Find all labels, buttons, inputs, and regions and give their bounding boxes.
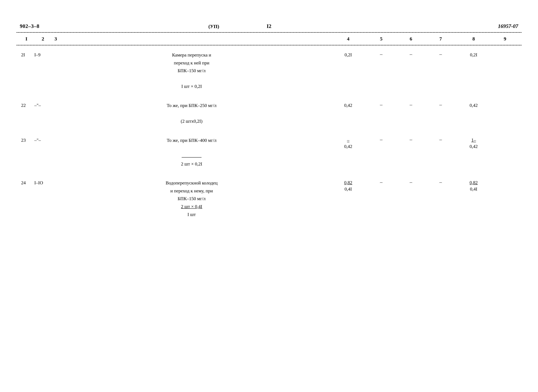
col-header-2: 2 xyxy=(33,36,53,42)
row-21-col9 xyxy=(492,50,518,52)
col-header-8: 8 xyxy=(455,36,492,42)
row-24-col5: – xyxy=(366,178,396,185)
row-21-col6: – xyxy=(396,50,426,57)
row-23-col8-fraction: 1– 0,42 xyxy=(457,137,491,149)
col-header-1: I xyxy=(20,36,33,42)
row-23-col9 xyxy=(492,136,518,137)
row-23-col8-denom: 0,42 xyxy=(470,143,478,149)
row-22-col4: 0,42 xyxy=(330,101,366,109)
row-24-code: I–IO xyxy=(33,178,53,187)
row-23-sub-line xyxy=(182,157,201,158)
row-21-sub: I шт × 0,2I xyxy=(181,84,202,89)
row-23-col8-numer: 1– xyxy=(469,137,478,143)
row-24-col6: – xyxy=(396,178,426,185)
row-24-sub-ul: 2 шт × 0,4I xyxy=(181,204,202,209)
row-21-desc: Камера перепуска и переход к ней при БПК… xyxy=(53,50,330,91)
row-24-col4: 0,82 0,4I xyxy=(330,178,366,193)
row-22-sub: (2 штх0,2I) xyxy=(181,119,203,124)
dashed-line-top xyxy=(17,32,521,33)
table-row: 22 –"– То же, при БПК–250 мг/л (2 штх0,2… xyxy=(20,101,518,126)
row-22-col8: 0,42 xyxy=(455,101,492,109)
row-23-col4-denom: 0,42 xyxy=(344,143,352,149)
row-22-col5: – xyxy=(366,101,396,107)
row-24-desc: Водоперепускной колодец и переход к нему… xyxy=(53,178,330,219)
row-23-col5: – xyxy=(366,136,396,142)
row-23-col4: – 0,42 xyxy=(330,136,366,150)
row-23-col7: – xyxy=(426,136,455,142)
row-21-col8: 0,2I xyxy=(455,50,492,59)
header-label: (УП) xyxy=(209,24,219,29)
row-24-col9 xyxy=(492,178,518,180)
row-21-code: I–9 xyxy=(33,50,53,59)
header-row: 902–3–8 (УП) I2 16957-07 xyxy=(17,23,521,31)
row-24-col8-fraction: 0,82 0,4I xyxy=(457,179,491,192)
row-24-col4-denom: 0,4I xyxy=(345,186,352,192)
row-24-sub2: I шт xyxy=(187,212,196,217)
page-container: 902–3–8 (УП) I2 16957-07 I 2 3 4 5 6 7 8… xyxy=(17,13,521,232)
row-24-col4-fraction: 0,82 0,4I xyxy=(331,179,365,192)
row-23-col4-numer: – xyxy=(344,137,352,143)
col-header-9: 9 xyxy=(492,36,518,42)
row-24-col4-numer: 0,82 xyxy=(343,179,353,186)
table-row: 2I I–9 Камера перепуска и переход к ней … xyxy=(20,50,518,91)
row-24-num: 24 xyxy=(20,178,33,187)
table-row: 23 –"– То же, при БПК–400 мг/л 2 шт × 0,… xyxy=(20,136,518,168)
table-row: 24 I–IO Водоперепускной колодец и перехо… xyxy=(20,178,518,219)
data-table: 2I I–9 Камера перепуска и переход к ней … xyxy=(17,47,521,232)
col-header-5: 5 xyxy=(366,36,396,42)
row-24-col8-denom: 0,4I xyxy=(470,186,477,192)
row-22-col9 xyxy=(492,101,518,102)
col-header-4: 4 xyxy=(330,36,366,42)
row-21-col4: 0,2I xyxy=(330,50,366,59)
row-24-col8-numer: 0,82 xyxy=(469,179,479,186)
dashed-line-bottom-header xyxy=(17,45,521,45)
row-22-code: –"– xyxy=(33,101,53,109)
header-center-num: I2 xyxy=(267,23,271,29)
row-23-col8: 1– 0,42 xyxy=(455,136,492,150)
row-22-num: 22 xyxy=(20,101,33,109)
row-23-col4-fraction: – 0,42 xyxy=(331,137,365,149)
header-left: 902–3–8 xyxy=(20,23,39,29)
row-21-col5: – xyxy=(366,50,396,57)
row-23-col6: – xyxy=(396,136,426,142)
header-right: 16957-07 xyxy=(498,23,518,29)
col-header-3: 3 xyxy=(53,36,330,42)
row-24-col7: – xyxy=(426,178,455,185)
row-22-desc: То же, при БПК–250 мг/л (2 штх0,2I) xyxy=(53,101,330,126)
row-22-col6: – xyxy=(396,101,426,107)
col-headers: I 2 3 4 5 6 7 8 9 xyxy=(17,34,521,44)
row-24-col8: 0,82 0,4I xyxy=(455,178,492,193)
row-21-num: 2I xyxy=(20,50,33,59)
row-23-code: –"– xyxy=(33,136,53,144)
row-21-col7: – xyxy=(426,50,455,57)
row-23-num: 23 xyxy=(20,136,33,144)
col-header-7: 7 xyxy=(426,36,455,42)
col-header-6: 6 xyxy=(396,36,426,42)
row-23-sub: 2 шт × 0,2I xyxy=(181,161,202,166)
row-23-desc: То же, при БПК–400 мг/л 2 шт × 0,2I xyxy=(53,136,330,168)
row-22-col7: – xyxy=(426,101,455,107)
